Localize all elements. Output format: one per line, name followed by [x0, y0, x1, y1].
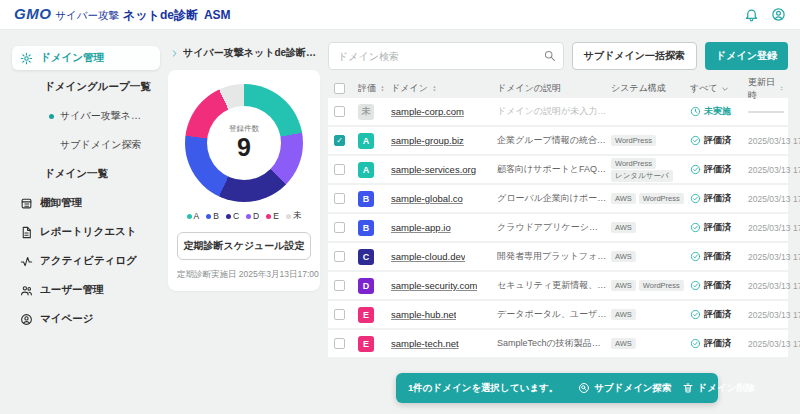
selection-action-bar: 1件のドメインを選択しています。 サブドメイン探索 ドメイン削除: [396, 373, 718, 403]
row-checkbox[interactable]: [334, 222, 345, 233]
row-checkbox[interactable]: [334, 309, 345, 320]
row-checkbox[interactable]: [334, 164, 345, 175]
grade-badge: D: [358, 278, 374, 294]
donut-center: 登録件数 9: [207, 106, 281, 180]
header-domain[interactable]: ドメイン: [391, 82, 497, 95]
sidebar-item-label: アクティビティログ: [40, 254, 137, 268]
row-checkbox[interactable]: [334, 338, 345, 349]
domain-link[interactable]: sample-corp.com: [391, 106, 464, 117]
domain-register-button[interactable]: ドメイン登録: [705, 42, 788, 70]
legend-label: C: [233, 211, 239, 221]
team-header[interactable]: サイバー攻撃ネットde診断ASMチーム: [168, 42, 320, 62]
row-checkbox[interactable]: [334, 280, 345, 291]
grade-badge: B: [358, 191, 374, 207]
legend-item-C: C: [226, 210, 239, 222]
account-icon[interactable]: [771, 7, 786, 22]
domain-link[interactable]: sample-security.com: [391, 280, 477, 291]
status-label: 評価済: [704, 192, 731, 205]
table-row[interactable]: Bsample-global.coグローバル企業向けポータル…AWSWordPr…: [328, 185, 788, 212]
sort-icon[interactable]: [779, 84, 784, 93]
app-title-part2: ネットde診断: [123, 7, 198, 24]
sidebar-item-my-page[interactable]: マイページ: [12, 307, 160, 331]
legend-item-A: A: [187, 210, 200, 222]
row-checkbox[interactable]: [334, 135, 345, 146]
domain-link[interactable]: sample-global.co: [391, 193, 463, 204]
domain-description: 企業グループ情報の統合管理: [497, 134, 607, 147]
table-row[interactable]: Asample-services.org顧客向けサポートとFAQサイトWordP…: [328, 156, 788, 183]
header-grade[interactable]: 評価: [358, 82, 391, 95]
sidebar-item-subdomain-search[interactable]: サブドメイン探索: [12, 133, 160, 157]
legend-label: E: [273, 211, 279, 221]
domain-toolbar: サブドメイン一括探索 ドメイン登録: [328, 42, 788, 70]
domain-link[interactable]: sample-hub.net: [391, 309, 456, 320]
table-row[interactable]: Esample-tech.netSampleTechの技術製品紹介…AWS評価済…: [328, 330, 788, 357]
explore-icon: [578, 382, 590, 394]
table-row[interactable]: Dsample-security.comセキュリティ更新情報、脆弱…AWSWor…: [328, 272, 788, 299]
sidebar-item-label: マイページ: [40, 312, 93, 326]
sort-icon[interactable]: [379, 84, 386, 93]
donut-center-value: 9: [237, 134, 251, 162]
updated-at: 2025/03/13 17:00: [748, 281, 800, 291]
check-circle-icon: [690, 280, 701, 291]
grade-badge: C: [358, 249, 374, 265]
active-team-bullet: [49, 114, 54, 119]
legend-dot: [187, 214, 192, 219]
domain-link[interactable]: sample-cloud.dev: [391, 251, 465, 262]
domain-link[interactable]: sample-services.org: [391, 164, 476, 175]
domain-description: クラウドアプリケーションサ…: [497, 221, 607, 234]
row-checkbox[interactable]: [334, 193, 345, 204]
sidebar-item-user-management[interactable]: ユーザー管理: [12, 278, 160, 302]
grade-badge: A: [358, 162, 374, 178]
system-tags: AWSWordPress: [611, 193, 690, 204]
domain-delete-action[interactable]: ドメイン削除: [682, 382, 756, 395]
status-label: 評価済: [704, 250, 731, 263]
system-tags: AWS: [611, 251, 690, 262]
table-row[interactable]: Bsample-app.ioクラウドアプリケーションサ…AWS評価済2025/0…: [328, 214, 788, 241]
report-icon: [20, 226, 33, 239]
system-tag: AWS: [611, 222, 636, 233]
check-circle-icon: [690, 135, 701, 146]
domain-description: 開発者専用プラットフォーム: [497, 250, 607, 263]
table-row[interactable]: 未sample-corp.comドメインの説明が未入力です未実施: [328, 98, 788, 125]
inventory-icon: [20, 197, 33, 210]
updated-at: 2025/03/13 17:00: [748, 310, 800, 320]
sidebar: ドメイン管理ドメイングループ一覧サイバー攻撃ネ…サブドメイン探索ドメイン一覧棚卸…: [12, 42, 160, 359]
select-all-checkbox[interactable]: [334, 83, 345, 94]
sidebar-item-inventory-management[interactable]: 棚卸管理: [12, 191, 160, 215]
bulk-subdomain-search-button[interactable]: サブドメイン一括探索: [572, 42, 697, 70]
bell-icon[interactable]: [744, 7, 759, 22]
sidebar-item-report-request[interactable]: レポートリクエスト: [12, 220, 160, 244]
sidebar-item-label: ドメイン一覧: [44, 167, 108, 181]
subdomain-explore-action[interactable]: サブドメイン探索: [578, 382, 671, 395]
status-label: 評価済: [704, 337, 731, 350]
row-checkbox[interactable]: [334, 106, 345, 117]
row-checkbox[interactable]: [334, 251, 345, 262]
domain-search-box: [328, 42, 564, 70]
chevron-down-icon: [721, 85, 729, 93]
sidebar-item-domain-list[interactable]: ドメイン一覧: [12, 162, 160, 186]
sidebar-item-label: サイバー攻撃ネ…: [60, 109, 141, 123]
sidebar-item-activity-log[interactable]: アクティビティログ: [12, 249, 160, 273]
header-updated[interactable]: 更新日時: [748, 76, 788, 102]
mypage-icon: [20, 313, 33, 326]
sidebar-item-domain-management[interactable]: ドメイン管理: [12, 46, 160, 70]
sidebar-item-label: ドメイン管理: [40, 51, 104, 65]
domain-link[interactable]: sample-app.io: [391, 222, 451, 233]
domain-search-input[interactable]: [328, 42, 564, 70]
system-tags: WordPress: [611, 135, 690, 146]
table-row[interactable]: Asample-group.biz企業グループ情報の統合管理WordPress評…: [328, 127, 788, 154]
sort-icon[interactable]: [431, 84, 438, 93]
table-row[interactable]: Esample-hub.netデータポータル、ユーザー管…AWS評価済2025/…: [328, 301, 788, 328]
system-tags: AWS: [611, 222, 690, 233]
schedule-settings-button[interactable]: 定期診断スケジュール設定: [177, 232, 311, 260]
legend-item-B: B: [206, 210, 219, 222]
legend-dot: [266, 214, 271, 219]
header-status-filter[interactable]: すべて: [690, 82, 748, 95]
sidebar-item-domain-group-list[interactable]: ドメイングループ一覧: [12, 75, 160, 99]
search-icon: [543, 49, 556, 62]
domain-link[interactable]: sample-group.biz: [391, 135, 464, 146]
domain-link[interactable]: sample-tech.net: [391, 338, 459, 349]
sidebar-item-team-current[interactable]: サイバー攻撃ネ…: [12, 104, 160, 128]
system-tags: AWS: [611, 338, 690, 349]
table-row[interactable]: Csample-cloud.dev開発者専用プラットフォームAWS評価済2025…: [328, 243, 788, 270]
